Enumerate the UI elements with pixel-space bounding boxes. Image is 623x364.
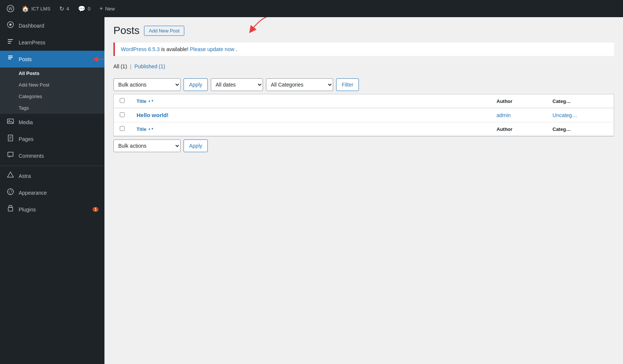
notice-text2: . xyxy=(236,46,237,52)
sidebar-posts-submenu: All Posts Add New Post Categories Tags xyxy=(0,68,104,114)
sidebar-item-categories[interactable]: Categories xyxy=(0,91,104,102)
sidebar-label-comments: Comments xyxy=(19,153,98,159)
adminbar-new[interactable]: + New xyxy=(95,0,119,17)
sidebar-item-appearance[interactable]: Appearance xyxy=(0,184,104,201)
dashboard-icon xyxy=(6,21,15,30)
sort-arrows-icon: ▲▼ xyxy=(148,100,154,103)
astra-icon xyxy=(6,171,15,181)
table-header: Title ▲▼ Author Categ… xyxy=(114,94,614,108)
adminbar-site[interactable]: 🏠 ICT LMS xyxy=(17,0,55,17)
pages-icon xyxy=(6,134,15,144)
update-notice: WordPress 6.5.3 is available! Please upd… xyxy=(113,43,614,56)
comments-sidebar-icon xyxy=(6,151,15,160)
updates-icon: ↻ xyxy=(59,5,64,12)
sidebar-item-astra[interactable]: Astra xyxy=(0,167,104,184)
apply-button-top[interactable]: Apply xyxy=(184,78,208,91)
sort-arrows-footer-icon: ▲▼ xyxy=(148,128,154,131)
filter-tab-published[interactable]: Published (1) xyxy=(134,63,165,69)
sidebar-label-appearance: Appearance xyxy=(19,190,98,196)
add-new-post-label: Add New Post xyxy=(19,82,49,88)
filter-button[interactable]: Filter xyxy=(336,78,359,91)
sidebar-label-astra: Astra xyxy=(19,173,98,179)
svg-rect-10 xyxy=(8,207,13,211)
sidebar-item-posts[interactable]: Posts xyxy=(0,51,104,68)
notice-link-update[interactable]: Please update now xyxy=(190,46,234,52)
bulk-actions-select-bottom[interactable]: Bulk actions Edit Move to Trash xyxy=(113,139,181,152)
learnpress-icon xyxy=(6,38,15,47)
posts-table-wrapper: Title ▲▼ Author Categ… H xyxy=(113,94,614,136)
sidebar-label-plugins: Plugins xyxy=(19,207,98,213)
author-link[interactable]: admin xyxy=(497,112,511,118)
row-checkbox[interactable] xyxy=(120,112,125,117)
svg-point-3 xyxy=(9,23,12,26)
filter-tabs: All (1) | Published (1) xyxy=(113,63,614,69)
filter-tab-all[interactable]: All (1) xyxy=(113,63,127,69)
sidebar-item-dashboard[interactable]: Dashboard xyxy=(0,17,104,34)
media-icon xyxy=(6,117,15,127)
title-label: Title xyxy=(137,98,147,104)
col-footer-cb xyxy=(114,122,131,136)
sidebar-item-pages[interactable]: Pages xyxy=(0,131,104,147)
table-footer: Title ▲▼ Author Categ… xyxy=(114,122,614,136)
posts-icon xyxy=(6,54,15,64)
plus-icon: + xyxy=(100,5,103,12)
title-footer-label: Title xyxy=(137,126,147,132)
all-dates-select[interactable]: All dates xyxy=(211,78,263,91)
sidebar-item-tags[interactable]: Tags xyxy=(0,102,104,114)
sidebar-label-learnpress: LearnPress xyxy=(19,40,98,46)
sidebar-label-pages: Pages xyxy=(19,136,98,142)
select-all-footer-checkbox[interactable] xyxy=(120,126,125,131)
row-categories-cell: Uncateg… xyxy=(547,108,614,122)
svg-marker-8 xyxy=(7,172,13,177)
category-link[interactable]: Uncateg… xyxy=(552,112,577,118)
bulk-actions-select-top[interactable]: Bulk actions Edit Move to Trash xyxy=(113,78,181,91)
categories-label: Categories xyxy=(19,94,42,99)
select-all-checkbox[interactable] xyxy=(120,98,125,103)
page-header: Posts Add New Post xyxy=(113,25,614,37)
tags-label: Tags xyxy=(19,105,29,111)
row-title-cell: Hello world! xyxy=(131,108,491,122)
svg-text:W: W xyxy=(9,6,13,11)
plugins-icon xyxy=(6,205,15,214)
wp-logo[interactable]: W xyxy=(4,0,17,17)
bottom-toolbar: Bulk actions Edit Move to Trash Apply xyxy=(113,136,614,155)
notice-text1: is available! xyxy=(161,46,190,52)
sidebar-item-plugins[interactable]: Plugins 1 xyxy=(0,201,104,218)
page-title: Posts xyxy=(113,25,140,37)
col-footer-categories: Categ… xyxy=(547,122,614,136)
col-header-author: Author xyxy=(491,94,547,108)
sidebar-item-media[interactable]: Media xyxy=(0,114,104,131)
appearance-icon xyxy=(6,188,15,197)
home-icon: 🏠 xyxy=(22,5,29,12)
plugins-badge: 1 xyxy=(93,207,98,212)
col-header-categories: Categ… xyxy=(547,94,614,108)
sidebar-item-all-posts[interactable]: All Posts xyxy=(0,68,104,79)
title-sort-footer-link[interactable]: Title ▲▼ xyxy=(137,126,154,132)
sidebar-item-add-new-post[interactable]: Add New Post xyxy=(0,79,104,91)
all-categories-select[interactable]: All Categories xyxy=(266,78,333,91)
post-title-link[interactable]: Hello world! xyxy=(137,112,169,118)
top-toolbar: Bulk actions Edit Move to Trash Apply Al… xyxy=(113,75,614,94)
sidebar-label-posts: Posts xyxy=(19,56,98,62)
sidebar-label-dashboard: Dashboard xyxy=(19,23,98,29)
apply-button-bottom[interactable]: Apply xyxy=(184,139,208,152)
table-body: Hello world! admin Uncateg… xyxy=(114,108,614,122)
row-author-cell: admin xyxy=(491,108,547,122)
col-footer-author: Author xyxy=(491,122,547,136)
filter-separator: | xyxy=(130,63,132,69)
title-sort-link[interactable]: Title ▲▼ xyxy=(137,98,154,104)
sidebar-item-comments[interactable]: Comments xyxy=(0,147,104,164)
adminbar-updates[interactable]: ↻ 4 xyxy=(55,0,73,17)
add-new-post-button[interactable]: Add New Post xyxy=(144,26,184,36)
comments-icon: 💬 xyxy=(78,5,85,12)
notice-link-version[interactable]: WordPress 6.5.3 xyxy=(121,46,160,52)
col-footer-title: Title ▲▼ xyxy=(131,122,491,136)
row-checkbox-cell xyxy=(114,108,131,122)
sidebar-item-learnpress[interactable]: LearnPress xyxy=(0,34,104,51)
main-content: Posts Add New Post WordPress 6.5.3 is av… xyxy=(104,17,623,364)
col-header-cb xyxy=(114,94,131,108)
adminbar-comments[interactable]: 💬 0 xyxy=(73,0,95,17)
table-row: Hello world! admin Uncateg… xyxy=(114,108,614,122)
sidebar-label-media: Media xyxy=(19,119,98,125)
posts-table: Title ▲▼ Author Categ… H xyxy=(114,94,614,136)
